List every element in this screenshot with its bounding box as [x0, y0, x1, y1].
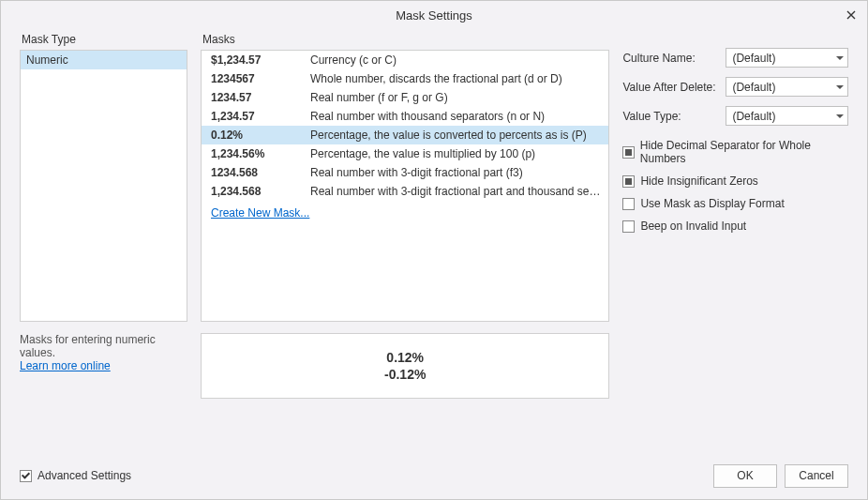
value-type-label: Value Type: [622, 110, 726, 123]
hint-block: Masks for entering numeric values. Learn… [20, 333, 187, 372]
mask-sample: 1,234.56% [211, 147, 310, 160]
mask-desc: Real number with thousand separators (n … [310, 110, 605, 123]
dialog-title: Mask Settings [396, 8, 472, 23]
mask-sample: 1,234.57 [211, 110, 310, 123]
preview-line-1: 0.12% [386, 349, 424, 366]
preview-line-2: -0.12% [384, 366, 426, 383]
value-type-combo[interactable]: (Default) [726, 106, 848, 126]
check-hide-decimal-label: Hide Decimal Separator for Whole Numbers [640, 139, 848, 165]
mask-sample: 1,234.568 [211, 185, 310, 198]
culture-name-label: Culture Name: [622, 52, 726, 65]
checkbox-icon [622, 146, 634, 159]
culture-name-combo[interactable]: (Default) [726, 48, 848, 68]
check-hide-decimal[interactable]: Hide Decimal Separator for Whole Numbers [622, 139, 848, 165]
mask-row[interactable]: 1,234.56%Percentage, the value is multip… [202, 144, 608, 163]
mask-row[interactable]: $1,234.57Currency (c or C) [202, 51, 608, 69]
mask-row[interactable]: 0.12%Percentage, the value is converted … [202, 126, 608, 144]
check-use-as-display[interactable]: Use Mask as Display Format [622, 197, 848, 210]
mask-type-item[interactable]: Numeric [21, 51, 187, 69]
mask-sample: $1,234.57 [211, 53, 310, 67]
cancel-button[interactable]: Cancel [785, 464, 848, 488]
mask-desc: Currency (c or C) [310, 53, 605, 67]
chevron-down-icon [836, 114, 844, 118]
prop-value-after-delete: Value After Delete: (Default) [622, 77, 848, 97]
mask-row[interactable]: 1,234.57Real number with thousand separa… [202, 107, 608, 126]
content: Mask Type Numeric Masks for entering num… [20, 29, 848, 452]
value-type-value: (Default) [732, 110, 775, 123]
mask-type-column: Mask Type Numeric Masks for entering num… [20, 29, 187, 452]
prop-culture-name: Culture Name: (Default) [622, 48, 848, 68]
ok-button[interactable]: OK [713, 464, 777, 488]
mask-row[interactable]: 1234.57Real number (f or F, g or G) [202, 88, 608, 107]
mask-desc: Real number with 3-digit fractional part… [310, 185, 605, 198]
check-beep[interactable]: Beep on Invalid Input [622, 220, 848, 233]
check-beep-label: Beep on Invalid Input [640, 220, 746, 233]
check-advanced-settings[interactable]: Advanced Settings [20, 469, 131, 482]
mask-desc: Percentage, the value is converted to pe… [310, 129, 605, 142]
footer-left: Advanced Settings [20, 469, 131, 482]
mask-sample: 1234.568 [211, 166, 310, 179]
mask-sample: 1234567 [211, 72, 310, 85]
mask-sample: 0.12% [211, 129, 310, 142]
value-after-delete-value: (Default) [732, 81, 775, 94]
columns: Mask Type Numeric Masks for entering num… [20, 29, 848, 452]
value-after-delete-label: Value After Delete: [622, 81, 726, 94]
checkbox-icon [20, 470, 32, 482]
create-new-mask-link[interactable]: Create New Mask... [202, 201, 608, 222]
preview-panel: 0.12% -0.12% [201, 333, 609, 399]
dialog: Mask Settings Mask Type Numeric Masks fo… [0, 0, 868, 500]
chevron-down-icon [836, 85, 844, 89]
masks-list: $1,234.57Currency (c or C)1234567Whole n… [202, 51, 608, 321]
chevron-down-icon [836, 56, 844, 60]
mask-desc: Whole number, discards the fractional pa… [310, 72, 605, 85]
mask-type-list: Numeric [21, 51, 187, 321]
advanced-settings-label: Advanced Settings [37, 469, 131, 482]
mask-type-item-label: Numeric [26, 53, 68, 67]
mask-type-header: Mask Type [20, 29, 187, 50]
value-after-delete-combo[interactable]: (Default) [726, 77, 848, 97]
masks-panel: $1,234.57Currency (c or C)1234567Whole n… [201, 50, 609, 322]
mask-desc: Real number with 3-digit fractional part… [310, 166, 605, 179]
check-hide-zeros-label: Hide Insignificant Zeros [640, 174, 757, 188]
checkbox-icon [622, 198, 635, 210]
mask-row[interactable]: 1234567Whole number, discards the fracti… [202, 69, 608, 88]
footer-right: OK Cancel [713, 464, 848, 488]
masks-column: Masks $1,234.57Currency (c or C)1234567W… [201, 29, 609, 452]
mask-type-panel: Numeric [20, 50, 187, 322]
mask-desc: Percentage, the value is multiplied by 1… [310, 147, 605, 160]
learn-more-link[interactable]: Learn more online [20, 359, 111, 372]
masks-header: Masks [201, 29, 609, 50]
checkbox-icon [622, 220, 635, 233]
prop-value-type: Value Type: (Default) [622, 106, 848, 126]
mask-row[interactable]: 1234.568Real number with 3-digit fractio… [202, 163, 608, 182]
checkbox-icon [622, 175, 635, 188]
footer: Advanced Settings OK Cancel [1, 452, 867, 499]
hint-text: Masks for entering numeric values. [20, 333, 156, 359]
close-icon[interactable] [843, 7, 860, 23]
culture-name-value: (Default) [732, 52, 775, 65]
properties-column: Culture Name: (Default) Value After Dele… [622, 29, 848, 452]
check-hide-zeros[interactable]: Hide Insignificant Zeros [622, 174, 848, 188]
check-use-as-display-label: Use Mask as Display Format [640, 197, 784, 210]
mask-desc: Real number (f or F, g or G) [310, 91, 605, 104]
mask-sample: 1234.57 [211, 91, 310, 104]
titlebar: Mask Settings [1, 1, 867, 29]
mask-row[interactable]: 1,234.568Real number with 3-digit fracti… [202, 182, 608, 201]
